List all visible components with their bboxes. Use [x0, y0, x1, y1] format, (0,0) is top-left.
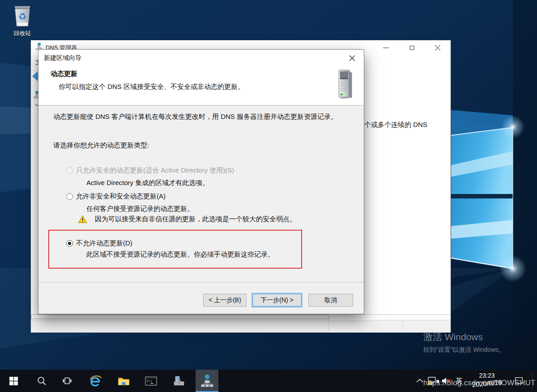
wizard-heading: 动态更新 — [51, 70, 77, 78]
search-icon — [37, 376, 47, 386]
wizard-body: 动态更新能使 DNS 客户端计算机在每次发生更改时，用 DNS 服务器注册并动态… — [38, 105, 364, 282]
command-prompt-icon — [145, 376, 157, 386]
recycle-bin-icon — [11, 3, 34, 29]
window-controls — [373, 40, 451, 55]
recycle-bin-shortcut[interactable]: 回收站 — [8, 3, 37, 38]
statusbar-divider — [328, 322, 329, 331]
server-manager-icon — [173, 375, 185, 386]
desktop: 回收站 DNS 管理器 文 个或多个连续的 DNS 新建区域向 — [0, 0, 537, 392]
activation-line1: 激活 Windows — [423, 331, 505, 343]
csdn-watermark: https://blog.csdn.net/NOWSHUT — [423, 379, 536, 388]
option-no-dynamic-desc: 此区域不接受资源记录的动态更新。你必须手动更新这些记录。 — [86, 250, 274, 259]
next-button[interactable]: 下一步(N) > — [252, 294, 302, 307]
chevron-up-icon — [415, 378, 424, 384]
activation-watermark: 激活 Windows 转到“设置”以激活 Windows。 — [423, 331, 505, 354]
maximize-icon — [409, 46, 414, 50]
option-no-dynamic-updates[interactable]: 不允许动态更新(D) — [66, 239, 132, 248]
internet-explorer-icon — [89, 374, 102, 388]
activation-line2: 转到“设置”以激活 Windows。 — [423, 346, 505, 354]
dns-statusbar — [31, 320, 451, 333]
task-view-button[interactable] — [56, 370, 78, 392]
security-warning-row: 因为可以接受来自非信任源的更新，此选项是一个较大的安全弱点。 — [78, 215, 296, 223]
option-secure-only-desc: Active Directory 集成的区域才有此选项。 — [86, 179, 209, 187]
start-button[interactable] — [3, 370, 24, 392]
radio-no-dynamic-updates[interactable] — [66, 240, 73, 247]
minimize-icon — [383, 47, 389, 48]
minimize-button[interactable] — [373, 40, 399, 55]
cancel-button[interactable]: 取消 — [308, 294, 353, 307]
option-secure-only: 只允许安全的动态更新(适合 Active Directory 使用)(S) — [66, 166, 234, 175]
wizard-footer: < 上一步(B) 下一步(N) > 取消 — [38, 282, 364, 315]
server-tower-icon — [335, 67, 357, 101]
task-view-icon — [62, 376, 72, 386]
command-prompt-button[interactable] — [140, 370, 162, 392]
search-button[interactable] — [31, 370, 52, 392]
wizard-intro-text: 动态更新能使 DNS 客户端计算机在每次发生更改时，用 DNS 服务器注册并动态… — [53, 112, 345, 122]
wizard-prompt-text: 请选择你想允许的动态更新类型: — [53, 141, 149, 150]
new-zone-wizard-dialog: 新建区域向导 动态更新 你可以指定这个 DNS 区域接受安全、不安全或非动态的更… — [38, 49, 364, 314]
wizard-close-button[interactable] — [344, 52, 360, 64]
dns-manager-taskbar-button[interactable] — [196, 370, 218, 392]
radio-secure-only — [66, 167, 73, 174]
dns-manager-icon — [200, 374, 214, 387]
close-button[interactable] — [425, 40, 451, 55]
back-button[interactable]: < 上一步(B) — [203, 294, 247, 307]
option-secure-only-label: 只允许安全的动态更新(适合 Active Directory 使用)(S) — [76, 166, 234, 175]
server-manager-button[interactable] — [168, 370, 190, 392]
security-warning-text: 因为可以接受来自非信任源的更新，此选项是一个较大的安全弱点。 — [95, 215, 296, 223]
folder-icon — [118, 376, 130, 386]
internet-explorer-button[interactable] — [85, 370, 107, 392]
wizard-title: 新建区域向导 — [44, 54, 81, 62]
warning-icon — [78, 215, 87, 223]
recycle-bin-label: 回收站 — [8, 30, 37, 38]
windows-logo-icon — [9, 376, 18, 386]
statusbar-divider — [402, 322, 403, 331]
option-nonsecure-label[interactable]: 允许非安全和安全动态更新(A) — [76, 192, 166, 201]
close-icon — [349, 55, 355, 61]
wizard-titlebar[interactable]: 新建区域向导 — [38, 50, 364, 66]
option-nonsecure-desc: 任何客户接受资源记录的动态更新。 — [86, 205, 194, 213]
wizard-subheading: 你可以指定这个 DNS 区域接受安全、不安全或非动态的更新。 — [59, 83, 244, 91]
close-icon — [435, 45, 441, 51]
horizontal-scrollbar-right[interactable] — [332, 314, 451, 320]
option-no-dynamic-label[interactable]: 不允许动态更新(D) — [76, 239, 132, 248]
wizard-header: 动态更新 你可以指定这个 DNS 区域接受安全、不安全或非动态的更新。 — [38, 66, 364, 105]
option-nonsecure-and-secure[interactable]: 允许非安全和安全动态更新(A) — [66, 192, 166, 201]
dns-panel-text-fragment: 个或多个连续的 DNS — [364, 121, 427, 129]
radio-nonsecure-and-secure[interactable] — [66, 193, 73, 200]
file-explorer-button[interactable] — [113, 370, 134, 392]
horizontal-scrollbar-left[interactable] — [31, 314, 329, 319]
maximize-button[interactable] — [399, 40, 425, 55]
